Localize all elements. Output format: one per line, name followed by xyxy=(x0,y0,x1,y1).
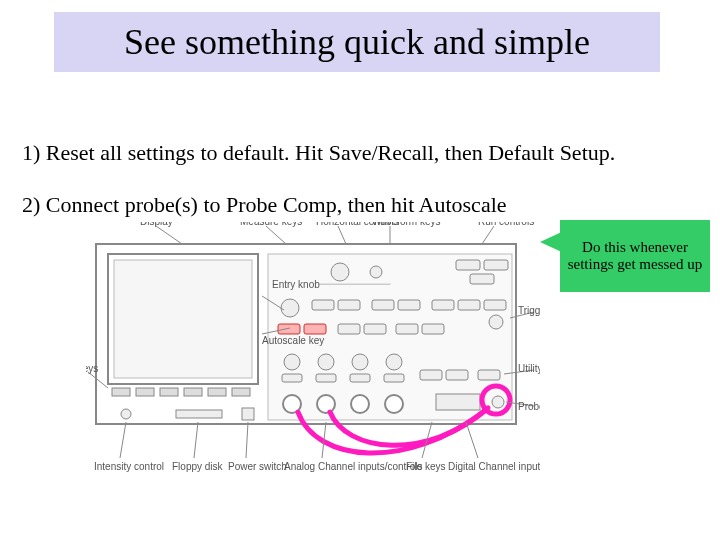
svg-rect-9 xyxy=(176,410,222,418)
svg-rect-16 xyxy=(456,260,480,270)
svg-line-63 xyxy=(120,422,126,458)
step-1-text: 1) Reset all settings to default. Hit Sa… xyxy=(22,140,615,166)
svg-rect-31 xyxy=(364,324,386,334)
svg-rect-23 xyxy=(398,300,420,310)
svg-rect-26 xyxy=(484,300,506,310)
label-wave: Waveform keys xyxy=(372,222,441,227)
svg-rect-49 xyxy=(436,394,480,410)
label-run: Run controls xyxy=(478,222,534,227)
callout-text: Do this whenever settings get messed up xyxy=(564,239,706,274)
svg-point-34 xyxy=(284,354,300,370)
label-display: Display xyxy=(140,222,173,227)
svg-rect-7 xyxy=(208,388,226,396)
svg-point-10 xyxy=(121,409,131,419)
svg-rect-20 xyxy=(312,300,334,310)
svg-point-36 xyxy=(352,354,368,370)
slide-title: See something quick and simple xyxy=(124,21,590,63)
svg-rect-6 xyxy=(184,388,202,396)
label-trigger: Trigger controls xyxy=(518,305,540,316)
svg-rect-48 xyxy=(478,370,500,380)
svg-rect-28 xyxy=(278,324,300,334)
svg-rect-40 xyxy=(350,374,370,382)
svg-rect-41 xyxy=(384,374,404,382)
svg-rect-25 xyxy=(458,300,480,310)
label-utility: Utility key xyxy=(518,363,540,374)
svg-rect-46 xyxy=(420,370,442,380)
svg-rect-5 xyxy=(160,388,178,396)
svg-line-54 xyxy=(338,226,346,244)
svg-rect-15 xyxy=(320,284,390,285)
svg-line-56 xyxy=(482,226,494,244)
svg-rect-17 xyxy=(484,260,508,270)
label-digital: Digital Channel inputs/controls xyxy=(448,461,540,472)
svg-point-37 xyxy=(386,354,402,370)
svg-point-14 xyxy=(370,266,382,278)
svg-line-53 xyxy=(266,226,286,244)
svg-point-35 xyxy=(318,354,334,370)
svg-rect-47 xyxy=(446,370,468,380)
svg-point-50 xyxy=(492,396,504,408)
label-probe: Probe Comp output xyxy=(518,401,540,412)
svg-point-19 xyxy=(281,299,299,317)
svg-rect-21 xyxy=(338,300,360,310)
label-analog: Analog Channel inputs/controls xyxy=(284,461,422,472)
svg-point-45 xyxy=(385,395,403,413)
svg-point-44 xyxy=(351,395,369,413)
svg-rect-22 xyxy=(372,300,394,310)
oscilloscope-diagram: Display Measure keys Horizontal controls… xyxy=(86,222,540,482)
svg-point-43 xyxy=(317,395,335,413)
svg-rect-29 xyxy=(304,324,326,334)
svg-rect-33 xyxy=(422,324,444,334)
label-softkeys: Softkeys xyxy=(86,363,98,374)
label-floppy: Floppy disk xyxy=(172,461,224,472)
svg-rect-11 xyxy=(242,408,254,420)
svg-rect-30 xyxy=(338,324,360,334)
svg-rect-24 xyxy=(432,300,454,310)
label-entry: Entry knob xyxy=(272,279,320,290)
svg-point-27 xyxy=(489,315,503,329)
label-measure: Measure keys xyxy=(240,222,302,227)
callout-box: Do this whenever settings get messed up xyxy=(560,220,710,292)
svg-rect-39 xyxy=(316,374,336,382)
slide-title-box: See something quick and simple xyxy=(54,12,660,72)
svg-rect-3 xyxy=(112,388,130,396)
svg-rect-2 xyxy=(114,260,252,378)
step-2-text: 2) Connect probe(s) to Probe Comp, then … xyxy=(22,192,507,218)
label-power: Power switch xyxy=(228,461,287,472)
svg-line-68 xyxy=(466,422,478,458)
label-file: File keys xyxy=(406,461,445,472)
svg-line-52 xyxy=(156,226,182,244)
svg-rect-18 xyxy=(470,274,494,284)
label-autoscale: Autoscale key xyxy=(262,335,324,346)
svg-rect-32 xyxy=(396,324,418,334)
svg-line-65 xyxy=(246,422,248,458)
svg-line-64 xyxy=(194,422,198,458)
label-intensity: Intensity control xyxy=(94,461,164,472)
svg-rect-8 xyxy=(232,388,250,396)
svg-rect-4 xyxy=(136,388,154,396)
svg-point-13 xyxy=(331,263,349,281)
svg-rect-38 xyxy=(282,374,302,382)
